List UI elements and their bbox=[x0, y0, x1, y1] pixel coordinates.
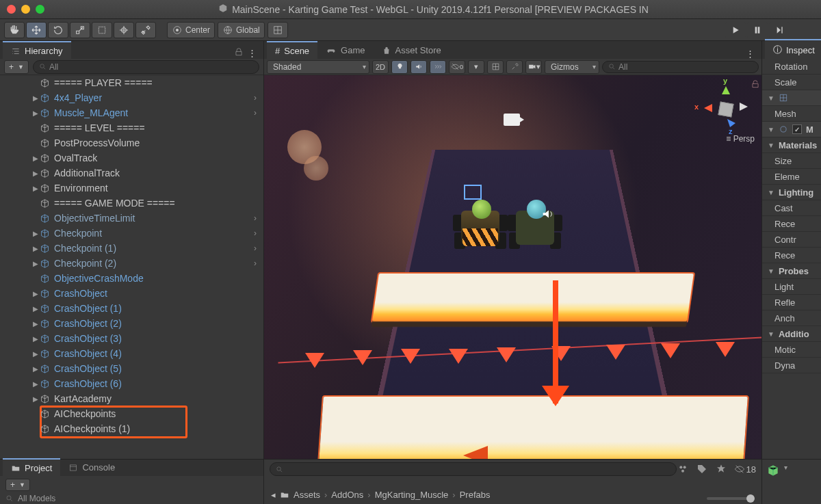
space-mode-button[interactable]: Global bbox=[218, 22, 265, 38]
hierarchy-item[interactable]: AICheckpoints (1) bbox=[0, 421, 263, 436]
expand-toggle-icon[interactable]: ▶ bbox=[31, 245, 40, 252]
inspector-property-row[interactable]: Contr bbox=[762, 232, 821, 248]
component-enabled-checkbox[interactable]: ✓ bbox=[792, 124, 802, 134]
shading-mode-dropdown[interactable]: Shaded bbox=[267, 60, 369, 74]
hierarchy-item[interactable]: ===== GAME MODE ===== bbox=[0, 196, 263, 211]
panel-menu-icon[interactable]: ⋮ bbox=[746, 49, 756, 59]
hierarchy-item[interactable]: ▶CrashObject (1) bbox=[0, 301, 263, 316]
zoom-window-button[interactable] bbox=[36, 5, 44, 14]
lighting-toggle[interactable] bbox=[391, 60, 408, 74]
breadcrumb-item[interactable]: Assets bbox=[294, 490, 320, 500]
hierarchy-item[interactable]: ▶CrashObject bbox=[0, 286, 263, 301]
close-window-button[interactable] bbox=[7, 5, 16, 14]
expand-toggle-icon[interactable]: ▶ bbox=[31, 365, 40, 373]
inspector-property-row[interactable]: Anch bbox=[762, 310, 821, 326]
scale-tool-button[interactable] bbox=[70, 22, 90, 38]
hierarchy-item[interactable]: ObjectiveTimeLimit› bbox=[0, 211, 263, 226]
override-chevron-icon[interactable]: › bbox=[254, 258, 257, 268]
create-dropdown[interactable]: +▼ bbox=[4, 60, 29, 74]
inspector-property-row[interactable]: Dyna bbox=[762, 358, 821, 373]
tab-hierarchy[interactable]: Hierarchy bbox=[3, 41, 71, 59]
orientation-gizmo[interactable]: y x z bbox=[699, 82, 753, 137]
expand-toggle-icon[interactable]: ▶ bbox=[31, 320, 40, 328]
hierarchy-item[interactable]: ▶Checkpoint (1)› bbox=[0, 241, 263, 256]
inspector-property-row[interactable]: Rece bbox=[762, 248, 821, 263]
inspector-property-row[interactable]: Mesh bbox=[762, 106, 821, 122]
tab-asset-store[interactable]: Asset Store bbox=[374, 42, 449, 59]
hierarchy-search[interactable]: All bbox=[33, 60, 259, 74]
expand-toggle-icon[interactable]: ▶ bbox=[31, 335, 40, 343]
scene-search[interactable]: All bbox=[602, 61, 759, 73]
inspector-body[interactable]: RotationScale▼Mesh▼✓M▼MaterialsSizeEleme… bbox=[762, 59, 821, 459]
tools-toggle[interactable] bbox=[506, 60, 523, 74]
hierarchy-item[interactable]: ▶KartAcademy bbox=[0, 391, 263, 406]
tab-inspector[interactable]: ⓘ Inspect bbox=[765, 39, 821, 59]
override-chevron-icon[interactable]: › bbox=[254, 228, 257, 238]
tab-project[interactable]: Project bbox=[3, 458, 60, 477]
expand-toggle-icon[interactable]: ▶ bbox=[31, 185, 40, 192]
expand-toggle-icon[interactable]: ▶ bbox=[31, 290, 40, 297]
tab-console[interactable]: Console bbox=[60, 459, 123, 476]
hierarchy-tree[interactable]: ===== PLAYER =====▶4x4_Player›▶Muscle_ML… bbox=[0, 75, 263, 459]
thumbnail-size-slider[interactable] bbox=[707, 497, 755, 500]
expand-toggle-icon[interactable]: ▶ bbox=[31, 260, 40, 267]
hierarchy-item[interactable]: ▶CrashObject (4) bbox=[0, 346, 263, 361]
override-chevron-icon[interactable]: › bbox=[254, 93, 257, 103]
breadcrumb-item[interactable]: Prefabs bbox=[460, 490, 491, 500]
hierarchy-item[interactable]: ▶CrashObject (3) bbox=[0, 331, 263, 346]
transform-tool-button[interactable] bbox=[114, 22, 134, 38]
expand-toggle-icon[interactable]: ▶ bbox=[31, 395, 40, 403]
move-tool-button[interactable] bbox=[26, 22, 47, 38]
hierarchy-item[interactable]: ▶OvalTrack bbox=[0, 150, 263, 165]
expand-toggle-icon[interactable]: ▶ bbox=[31, 380, 40, 388]
expand-toggle-icon[interactable]: ▶ bbox=[31, 170, 40, 177]
gizmos-dropdown[interactable]: Gizmos bbox=[545, 60, 599, 74]
project-body[interactable]: +▼ All Models All Prefabs bbox=[0, 476, 263, 504]
inspector-property-row[interactable]: Size bbox=[762, 153, 821, 169]
inspector-property-row[interactable]: Refle bbox=[762, 295, 821, 310]
breadcrumb-item[interactable]: AddOns bbox=[331, 490, 363, 500]
filter-by-type-icon[interactable] bbox=[677, 463, 689, 475]
expand-toggle-icon[interactable]: ▶ bbox=[31, 109, 40, 117]
expand-toggle-icon[interactable]: ▶ bbox=[31, 155, 40, 162]
filter-by-label-icon[interactable] bbox=[696, 463, 708, 475]
panel-menu-icon[interactable]: ⋮ bbox=[248, 48, 258, 58]
inspector-property-row[interactable]: Rotation bbox=[762, 59, 821, 75]
camera-toggle[interactable]: ▾ bbox=[525, 60, 542, 74]
tab-game[interactable]: Game bbox=[317, 42, 373, 59]
inspector-section-header[interactable]: ▼Probes bbox=[762, 263, 821, 279]
inspector-section-header[interactable]: ▼Additio bbox=[762, 326, 821, 342]
hierarchy-item[interactable]: ▶4x4_Player› bbox=[0, 90, 263, 105]
inspector-property-row[interactable]: Motic bbox=[762, 342, 821, 358]
hierarchy-item[interactable]: ▶CrashObject (6) bbox=[0, 376, 263, 391]
fx-toggle[interactable] bbox=[430, 60, 446, 74]
expand-toggle-icon[interactable]: ▶ bbox=[31, 350, 40, 358]
hierarchy-item[interactable]: ===== LEVEL ===== bbox=[0, 120, 263, 135]
expand-toggle-icon[interactable]: ▶ bbox=[31, 94, 40, 102]
play-button[interactable] bbox=[725, 22, 746, 38]
override-chevron-icon[interactable]: › bbox=[254, 108, 257, 118]
inspector-property-row[interactable]: Scale bbox=[762, 75, 821, 90]
rect-tool-button[interactable] bbox=[92, 22, 112, 38]
breadcrumb-item[interactable]: MgKarting_Muscle bbox=[375, 490, 449, 500]
expand-toggle-icon[interactable]: ▶ bbox=[31, 305, 40, 313]
hierarchy-item[interactable]: AICheckpoints bbox=[0, 406, 263, 421]
inspector-property-row[interactable]: Cast bbox=[762, 200, 821, 216]
override-chevron-icon[interactable]: › bbox=[254, 243, 257, 253]
hierarchy-item[interactable]: PostProcessVolume bbox=[0, 135, 263, 150]
snap-button[interactable] bbox=[268, 22, 288, 38]
projection-label[interactable]: ≡ Persp bbox=[726, 134, 755, 144]
inspector-section-header[interactable]: ▼Materials bbox=[762, 137, 821, 153]
prefab-cube-icon[interactable] bbox=[766, 464, 780, 479]
hidden-count-icon[interactable]: 18 bbox=[734, 463, 756, 475]
inspector-property-row[interactable]: Rece bbox=[762, 216, 821, 232]
mode-2d-toggle[interactable]: 2D bbox=[372, 60, 389, 74]
custom-tool-button[interactable] bbox=[135, 22, 156, 38]
hierarchy-item[interactable]: ===== PLAYER ===== bbox=[0, 75, 263, 90]
pivot-mode-button[interactable]: Center bbox=[167, 22, 215, 38]
lock-icon[interactable] bbox=[234, 47, 244, 59]
step-button[interactable] bbox=[769, 22, 790, 38]
override-chevron-icon[interactable]: › bbox=[254, 213, 257, 223]
minimize-window-button[interactable] bbox=[21, 5, 30, 14]
inspector-property-row[interactable]: Light bbox=[762, 279, 821, 295]
